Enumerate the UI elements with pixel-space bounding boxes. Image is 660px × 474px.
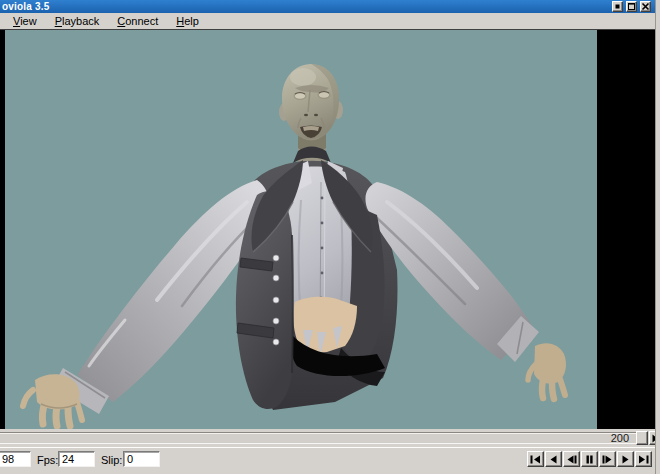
window-title: oviola 3.5 <box>2 0 50 13</box>
timeline-track[interactable] <box>0 432 648 444</box>
timeline-end-label: 200 <box>611 432 629 444</box>
minimize-button[interactable] <box>612 1 623 12</box>
play-backward-button[interactable] <box>545 451 562 467</box>
step-backward-button[interactable] <box>563 451 580 467</box>
fps-label: Fps: <box>37 454 58 466</box>
menu-item-playback[interactable]: Playback <box>49 14 106 28</box>
maximize-icon <box>627 2 636 11</box>
fps-input[interactable] <box>58 451 95 467</box>
close-button[interactable] <box>640 1 651 12</box>
close-icon <box>641 2 650 11</box>
timeline-thumb[interactable] <box>636 431 648 445</box>
minimize-icon <box>613 2 622 11</box>
slip-label: Slip: <box>101 454 122 466</box>
app-window: oviola 3.5 View Playback Connect Help <box>0 0 660 474</box>
first-frame-icon <box>530 455 541 464</box>
transport-controls <box>527 451 653 467</box>
menu-item-connect[interactable]: Connect <box>111 14 164 28</box>
slip-input[interactable] <box>123 451 160 467</box>
maximize-button[interactable] <box>626 1 637 12</box>
pause-button[interactable] <box>581 451 598 467</box>
3d-character-figure <box>5 30 597 429</box>
video-frame <box>5 30 597 429</box>
menu-item-view[interactable]: View <box>7 14 43 28</box>
pause-icon <box>584 455 595 464</box>
status-bar: Fps: Slip: <box>0 447 660 474</box>
play-backward-icon <box>548 455 559 464</box>
go-to-last-frame-button[interactable] <box>635 451 652 467</box>
step-forward-button[interactable] <box>599 451 616 467</box>
frame-input[interactable] <box>0 451 31 467</box>
go-to-first-frame-button[interactable] <box>527 451 544 467</box>
window-right-border <box>655 0 660 474</box>
menu-bar: View Playback Connect Help <box>0 13 660 30</box>
step-backward-icon <box>566 455 577 464</box>
timeline-row: 200 <box>0 429 656 447</box>
title-bar[interactable]: oviola 3.5 <box>0 0 660 13</box>
menu-item-help[interactable]: Help <box>170 14 205 28</box>
step-forward-icon <box>602 455 613 464</box>
character-head <box>279 64 343 140</box>
video-viewport <box>0 30 656 429</box>
last-frame-icon <box>638 455 649 464</box>
play-forward-icon <box>620 455 631 464</box>
play-forward-button[interactable] <box>617 451 634 467</box>
